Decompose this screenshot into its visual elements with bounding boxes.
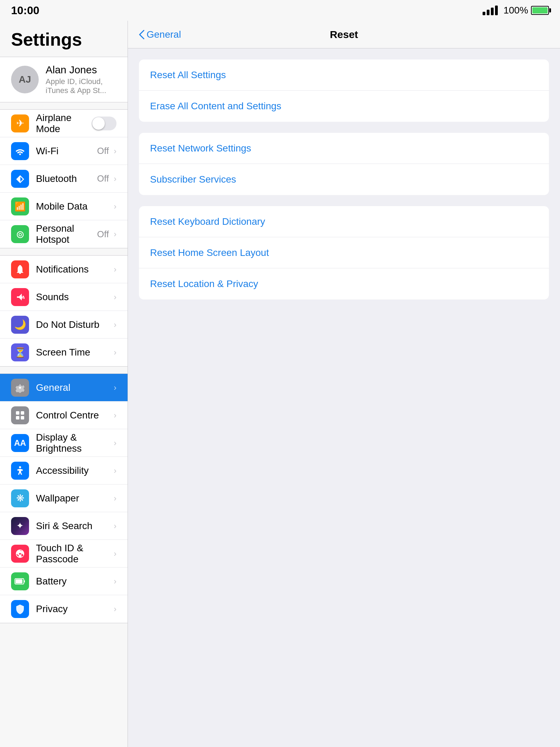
nav-title: Reset [330,29,358,40]
hotspot-icon: ⊚ [11,225,29,243]
wifi-icon [11,142,29,160]
settings-title: Settings [0,21,128,57]
displaybrightness-chevron: › [114,438,116,448]
sidebar-item-sounds[interactable]: Sounds › [0,283,128,311]
subscriber-services-label: Subscriber Services [150,174,236,185]
reset-network-label: Reset Network Settings [150,143,251,154]
reset-keyboard-label: Reset Keyboard Dictionary [150,216,265,227]
general-chevron: › [114,383,116,393]
reset-content: Reset All Settings Erase All Content and… [128,48,560,322]
displaybrightness-icon: AA [11,434,29,452]
bluetooth-chevron: › [114,174,116,184]
status-bar: 10:00 100% [0,0,560,21]
wifi-label: Wi-Fi [36,146,97,157]
svg-rect-7 [16,579,22,583]
status-right-icons: 100% [483,5,549,16]
sidebar-item-notifications[interactable]: Notifications › [0,256,128,283]
reset-network-row[interactable]: Reset Network Settings [139,133,549,164]
bluetooth-icon: ⬖ [11,170,29,188]
sidebar-item-screentime[interactable]: ⏳ Screen Time › [0,339,128,366]
touchid-chevron: › [114,549,116,559]
reset-location-privacy-row[interactable]: Reset Location & Privacy [139,268,549,299]
battery-percent: 100% [503,5,528,16]
donotdisturb-chevron: › [114,320,116,330]
wallpaper-chevron: › [114,494,116,503]
sidebar-item-wifi[interactable]: Wi-Fi Off › [0,137,128,165]
airplane-label: Airplane Mode [36,112,92,135]
wifi-chevron: › [114,146,116,156]
user-name: Alan Jones [46,64,116,76]
nav-back-label: General [147,29,181,40]
screentime-label: Screen Time [36,347,112,358]
sidebar-item-accessibility[interactable]: Accessibility › [0,457,128,485]
sidebar-item-hotspot[interactable]: ⊚ Personal Hotspot Off › [0,220,128,248]
sidebar-item-controlcentre[interactable]: Control Centre › [0,402,128,429]
sidebar: Settings AJ Alan Jones Apple ID, iCloud,… [0,21,128,747]
siri-icon: ✦ [11,517,29,535]
siri-chevron: › [114,521,116,531]
accessibility-label: Accessibility [36,465,112,476]
reset-all-settings-label: Reset All Settings [150,70,226,81]
reset-group-1: Reset All Settings Erase All Content and… [139,59,549,122]
battery-icon [531,6,549,15]
displaybrightness-label: Display & Brightness [36,432,112,454]
sidebar-item-privacy[interactable]: Privacy › [0,595,128,623]
battery-label: Battery [36,576,112,587]
user-info: Alan Jones Apple ID, iCloud, iTunes & Ap… [46,64,116,95]
accessibility-icon [11,462,29,480]
touchid-label: Touch ID & Passcode [36,543,112,565]
reset-homescreen-row[interactable]: Reset Home Screen Layout [139,237,549,268]
sounds-label: Sounds [36,292,112,303]
sidebar-item-general[interactable]: General › [0,374,128,402]
bluetooth-label: Bluetooth [36,173,97,184]
svg-rect-1 [16,411,19,415]
hotspot-chevron: › [114,229,116,239]
privacy-chevron: › [114,604,116,614]
sidebar-item-donotdisturb[interactable]: 🌙 Do Not Disturb › [0,311,128,339]
svg-rect-8 [24,580,25,582]
reset-keyboard-row[interactable]: Reset Keyboard Dictionary [139,206,549,237]
airplane-toggle[interactable] [92,117,116,130]
avatar: AJ [11,66,39,93]
main-layout: Settings AJ Alan Jones Apple ID, iCloud,… [0,21,560,747]
reset-group-2: Reset Network Settings Subscriber Servic… [139,133,549,195]
settings-group-notifications: Notifications › Sounds › 🌙 Do Not Distur… [0,255,128,367]
sidebar-item-touchid[interactable]: Touch ID & Passcode › [0,540,128,568]
hotspot-value: Off [97,229,109,240]
right-panel: General Reset Reset All Settings Erase A… [128,21,560,747]
donotdisturb-label: Do Not Disturb [36,319,112,330]
sidebar-item-siri[interactable]: ✦ Siri & Search › [0,512,128,540]
sidebar-item-bluetooth[interactable]: ⬖ Bluetooth Off › [0,165,128,193]
sidebar-item-displaybrightness[interactable]: AA Display & Brightness › [0,429,128,457]
hotspot-label: Personal Hotspot [36,223,97,245]
privacy-label: Privacy [36,603,112,615]
signal-icon [483,6,498,15]
sidebar-item-battery[interactable]: Battery › [0,568,128,595]
privacy-icon [11,600,29,618]
controlcentre-chevron: › [114,411,116,420]
settings-group-connectivity: ✈ Airplane Mode Wi-Fi Off › [0,109,128,248]
reset-all-settings-row[interactable]: Reset All Settings [139,59,549,91]
svg-point-5 [19,466,21,468]
sidebar-item-wallpaper[interactable]: ❋ Wallpaper › [0,485,128,512]
battery-indicator: 100% [503,5,549,16]
nav-back-button[interactable]: General [139,29,181,40]
mobiledata-label: Mobile Data [36,201,112,212]
siri-label: Siri & Search [36,520,112,532]
sidebar-item-airplane[interactable]: ✈ Airplane Mode [0,110,128,137]
reset-homescreen-label: Reset Home Screen Layout [150,247,269,258]
general-label: General [36,382,112,393]
sidebar-item-mobiledata[interactable]: 📶 Mobile Data › [0,193,128,220]
donotdisturb-icon: 🌙 [11,316,29,334]
status-time: 10:00 [11,4,39,17]
erase-all-row[interactable]: Erase All Content and Settings [139,91,549,122]
battery-chevron: › [114,577,116,586]
user-profile[interactable]: AJ Alan Jones Apple ID, iCloud, iTunes &… [0,57,128,102]
wallpaper-label: Wallpaper [36,493,112,504]
notifications-chevron: › [114,265,116,274]
subscriber-services-row[interactable]: Subscriber Services [139,164,549,195]
general-icon [11,379,29,397]
erase-all-label: Erase All Content and Settings [150,101,281,112]
mobiledata-icon: 📶 [11,197,29,215]
battery-sidebar-icon [11,572,29,590]
